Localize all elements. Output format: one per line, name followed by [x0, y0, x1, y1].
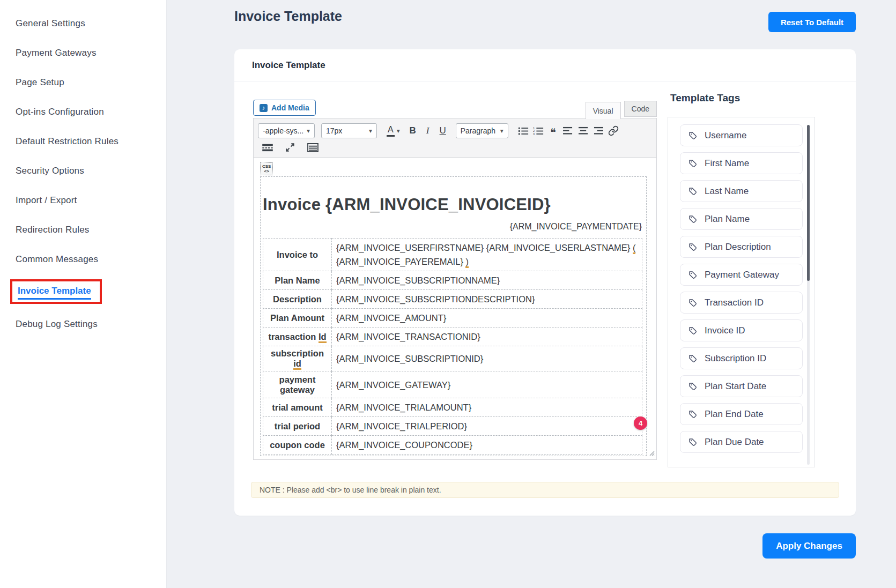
table-row: payment gateway {ARM_INVOICE_GATEWAY} [263, 371, 642, 398]
tab-visual[interactable]: Visual [586, 102, 621, 119]
numbered-list-button[interactable] [531, 123, 546, 138]
bullet-list-button[interactable] [516, 123, 531, 138]
spellcheck-mark: ( [633, 243, 636, 254]
invoice-template-editor: ♪ Add Media Visual Code -apple-sys... ▾ … [253, 99, 657, 460]
editor-content-area[interactable]: CSS <> Invoice {ARM_INVOICE_INVOICEID} {… [253, 158, 657, 460]
settings-sidebar: General Settings Payment Gateways Page S… [0, 0, 167, 588]
font-family-select[interactable]: -apple-sys... ▾ [258, 123, 315, 138]
italic-button[interactable]: I [420, 123, 435, 138]
sidebar-item-common-messages[interactable]: Common Messages [0, 244, 166, 274]
template-tag-subscription-id[interactable]: Subscription ID [680, 347, 803, 369]
table-row: trial period {ARM_INVOICE_TRIALPERIOD} [263, 417, 642, 436]
reset-to-default-button[interactable]: Reset To Default [768, 12, 856, 32]
template-tag-username[interactable]: Username [680, 124, 803, 146]
template-tags-title: Template Tags [670, 92, 740, 104]
read-more-button[interactable] [260, 140, 275, 155]
sidebar-item-debug-log-settings[interactable]: Debug Log Settings [0, 309, 166, 339]
editor-toolbar: -apple-sys... ▾ 17px ▾ A ▾ B I U [253, 118, 657, 158]
invoice-fields-table: Invoice to {ARM_INVOICE_USERFIRSTNAME} {… [263, 238, 642, 455]
invoice-template-body: Invoice {ARM_INVOICE_INVOICEID} {ARM_INV… [260, 176, 647, 456]
table-row: Plan Name {ARM_INVOICE_SUBSCRIPTIONNAME} [263, 271, 642, 290]
scrollbar-thumb[interactable] [807, 125, 810, 281]
template-tag-first-name[interactable]: First Name [680, 152, 803, 174]
spellcheck-mark: id [293, 359, 301, 370]
sidebar-item-opt-ins-configuration[interactable]: Opt-ins Configuration [0, 97, 166, 126]
align-left-button[interactable] [561, 123, 576, 138]
resize-handle-icon[interactable] [647, 449, 655, 458]
block-format-value: Paragraph [461, 126, 495, 135]
text-color-icon: A [387, 125, 395, 137]
table-button[interactable] [305, 140, 320, 155]
add-media-label: Add Media [271, 103, 309, 112]
invoice-heading: Invoice {ARM_INVOICE_INVOICEID} [263, 195, 645, 214]
sidebar-item-default-restriction-rules[interactable]: Default Restriction Rules [0, 126, 166, 156]
sidebar-item-general-settings[interactable]: General Settings [0, 9, 166, 38]
add-media-button[interactable]: ♪ Add Media [253, 100, 316, 116]
template-tag-plan-due-date[interactable]: Plan Due Date [680, 431, 803, 453]
template-tag-plan-description[interactable]: Plan Description [680, 236, 803, 258]
table-row: transaction Id {ARM_INVOICE_TRANSACTIONI… [263, 328, 642, 346]
tab-code[interactable]: Code [624, 101, 657, 117]
blockquote-button[interactable]: ❝ [546, 123, 561, 138]
font-size-select[interactable]: 17px ▾ [321, 123, 377, 138]
card-title: Invoice Template [234, 49, 856, 81]
page-title: Invoice Template [234, 9, 342, 24]
template-tag-plan-start-date[interactable]: Plan Start Date [680, 375, 803, 397]
table-row: trial amount {ARM_INVOICE_TRIALAMOUNT} [263, 398, 642, 417]
sidebar-item-redirection-rules[interactable]: Redirection Rules [0, 215, 166, 244]
bold-button[interactable]: B [405, 123, 420, 138]
media-icon: ♪ [260, 104, 268, 112]
text-color-button[interactable]: A ▾ [387, 125, 400, 137]
template-tag-transaction-id[interactable]: Transaction ID [680, 292, 803, 314]
spellcheck-mark: Id [319, 332, 327, 343]
font-family-value: -apple-sys... [263, 126, 303, 135]
sidebar-item-payment-gateways[interactable]: Payment Gateways [0, 38, 166, 68]
row-value: {ARM_INVOICE_USERFIRSTNAME} {ARM_INVOICE… [332, 239, 642, 271]
sidebar-item-invoice-template[interactable]: Invoice Template [18, 286, 91, 300]
underline-button[interactable]: U [435, 123, 450, 138]
template-tag-plan-name[interactable]: Plan Name [680, 208, 803, 230]
sidebar-item-page-setup[interactable]: Page Setup [0, 68, 166, 97]
align-right-button[interactable] [591, 123, 606, 138]
table-row: Plan Amount {ARM_INVOICE_AMOUNT} [263, 309, 642, 328]
scrollbar-track[interactable] [807, 125, 810, 465]
invoice-payment-date: {ARM_INVOICE_PAYMENTDATE} [262, 222, 645, 232]
invoice-template-card: Invoice Template ♪ Add Media Visual Code… [234, 49, 856, 516]
css-block-badge: CSS <> [260, 162, 273, 175]
table-row: subscription id {ARM_INVOICE_SUBSCRIPTIO… [263, 346, 642, 371]
template-tags-panel: Username First Name Last Name Plan Name … [668, 117, 815, 467]
font-size-value: 17px [326, 126, 342, 135]
note-message: NOTE : Please add <br> to use line break… [251, 482, 839, 498]
main-content: Invoice Template Reset To Default Invoic… [167, 0, 896, 588]
notification-count-badge: 4 [634, 416, 647, 430]
template-tag-invoice-id[interactable]: Invoice ID [680, 319, 803, 341]
table-row: coupon code {ARM_INVOICE_COUPONCODE} [263, 436, 642, 455]
template-tag-last-name[interactable]: Last Name [680, 180, 803, 202]
block-format-select[interactable]: Paragraph ▾ [456, 123, 508, 138]
chevron-down-icon: ▾ [397, 128, 400, 134]
template-tag-payment-gateway[interactable]: Payment Gateway [680, 264, 803, 286]
fullscreen-button[interactable] [283, 140, 298, 155]
chevron-down-icon: ▾ [500, 128, 503, 134]
sidebar-item-import-export[interactable]: Import / Export [0, 185, 166, 215]
sidebar-item-security-options[interactable]: Security Options [0, 156, 166, 185]
table-row: Invoice to {ARM_INVOICE_USERFIRSTNAME} {… [263, 239, 642, 271]
chevron-down-icon: ▾ [307, 128, 310, 134]
link-button[interactable] [606, 123, 621, 138]
spellcheck-mark: ) [465, 257, 469, 268]
chevron-down-icon: ▾ [369, 128, 372, 134]
red-highlight-annotation: Invoice Template [10, 279, 102, 304]
align-center-button[interactable] [576, 123, 591, 138]
table-row: Description {ARM_INVOICE_SUBSCRIPTIONDES… [263, 290, 642, 309]
apply-changes-button[interactable]: Apply Changes [762, 533, 856, 559]
row-label: Invoice to [263, 239, 332, 271]
template-tag-plan-end-date[interactable]: Plan End Date [680, 403, 803, 425]
